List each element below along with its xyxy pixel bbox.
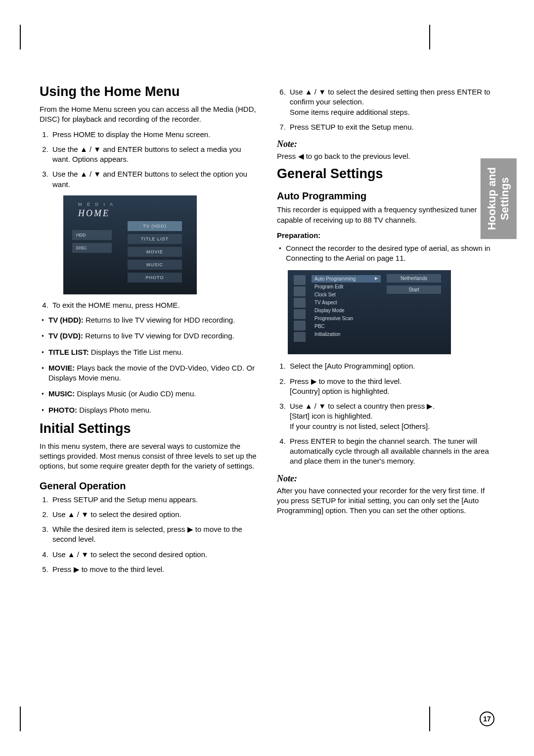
setup-list-item: Program Edit: [312, 283, 381, 290]
updown-icon: ▲ / ▼: [305, 402, 326, 410]
home-step-1: Press HOME to display the Home Menu scre…: [50, 130, 257, 140]
setup-icon: [294, 321, 306, 331]
genop-step-7: Press SETUP to exit the Setup menu.: [288, 122, 494, 132]
heading-initial-settings: Initial Settings: [40, 421, 257, 436]
genop-step-3: While the desired item is selected, pres…: [50, 524, 257, 545]
home-step-3: Use the ▲ / ▼ and ENTER buttons to selec…: [50, 169, 257, 294]
note-label: Note:: [277, 139, 494, 149]
setup-list-item: Display Mode: [312, 307, 381, 314]
note-1: Press ◀ to go back to the previous level…: [277, 151, 494, 161]
updown-icon: ▲ / ▼: [305, 88, 326, 96]
setup-icon: [294, 309, 306, 319]
setup-opt: Start: [387, 285, 441, 294]
setup-icon: [294, 332, 306, 342]
auto-step-2: Press ▶ to move to the third level. [Cou…: [288, 377, 494, 397]
setup-opt: Netherlands: [387, 274, 441, 283]
right-icon: ▶: [187, 525, 193, 533]
heading-general-settings: General Settings: [277, 166, 494, 182]
genop-step-6: Use ▲ / ▼ to select the desired setting …: [288, 87, 494, 117]
home-steps: Press HOME to display the Home Menu scre…: [40, 130, 257, 311]
updown-icon: ▲ / ▼: [80, 170, 101, 178]
crop-mark: [20, 25, 34, 49]
heading-auto-programming: Auto Programming: [277, 190, 494, 202]
setup-menu-screenshot: Auto Programming Program Edit Clock Set …: [288, 270, 451, 354]
home-mock-right-item: TITLE LIST: [128, 234, 182, 244]
section-tab-line2: Settings: [499, 177, 511, 220]
auto-step-4: Press ENTER to begin the channel search.…: [288, 436, 494, 467]
heading-general-operation: General Operation: [40, 480, 257, 492]
updown-icon: ▲ / ▼: [68, 550, 89, 559]
genop-step-1: Press SETUP and the Setup menu appears.: [50, 495, 257, 505]
setup-list-item: PBC: [312, 323, 381, 330]
setup-list-item: TV Aspect: [312, 299, 381, 306]
updown-icon: ▲ / ▼: [80, 145, 101, 153]
bullet-tv-dvd: TV (DVD): Returns to live TV viewing for…: [42, 331, 257, 341]
right-icon: ▶: [427, 402, 433, 410]
crop-mark: [416, 25, 430, 49]
home-step-2: Use the ▲ / ▼ and ENTER buttons to selec…: [50, 144, 257, 165]
home-mock-left-item: HDD: [72, 230, 112, 240]
setup-list-item: Initialization: [312, 331, 381, 338]
auto-step-1: Select the [Auto Programming] option.: [288, 361, 494, 371]
left-icon: ◀: [298, 152, 304, 160]
home-mock-right-item: MOVIE: [128, 247, 182, 257]
setup-list-item: Progressive Scan: [312, 315, 381, 322]
bullet-music: MUSIC: Displays Music (or Audio CD) menu…: [42, 389, 257, 399]
prep-bullets: Connect the recorder to the desired type…: [277, 243, 494, 264]
note-2: After you have connected your recorder f…: [277, 486, 494, 516]
crop-mark: [416, 707, 430, 731]
setup-icon: [294, 286, 306, 296]
updown-icon: ▲ / ▼: [68, 510, 89, 519]
bullet-tv-hdd: TV (HDD): Returns to live TV viewing for…: [42, 315, 257, 325]
preparation-label: Preparation:: [277, 231, 494, 239]
home-intro: From the Home Menu screen you can access…: [40, 104, 257, 125]
home-mock-left-item: DISC: [72, 243, 112, 253]
section-tab: Hookup and Settings: [481, 158, 517, 239]
general-op-steps: Press SETUP and the Setup menu appears. …: [40, 495, 257, 575]
prep-bullet: Connect the recorder to the desired type…: [279, 243, 494, 264]
home-mock-right-item: MUSIC: [128, 260, 182, 270]
heading-using-home-menu: Using the Home Menu: [40, 84, 257, 99]
setup-icon: [294, 275, 306, 285]
home-mock-brand: M E D I A: [78, 202, 115, 207]
auto-intro: This recorder is equipped with a frequen…: [277, 205, 494, 225]
left-column: Using the Home Menu From the Home Menu s…: [40, 84, 257, 579]
section-tab-line1: Hookup and: [486, 167, 498, 230]
auto-step-3: Use ▲ / ▼ to select a country then press…: [288, 401, 494, 431]
bullet-photo: PHOTO: Displays Photo menu.: [42, 405, 257, 415]
bullet-movie: MOVIE: Plays back the movie of the DVD-V…: [42, 363, 257, 383]
home-step-4: To exit the HOME menu, press HOME.: [50, 300, 257, 310]
right-icon: ▶: [311, 377, 317, 385]
page-number: 17: [480, 711, 494, 726]
home-mock-right-item: TV (HDD): [128, 221, 182, 231]
right-column: Use ▲ / ▼ to select the desired setting …: [277, 84, 494, 579]
genop-step-5: Press ▶ to move to the third level.: [50, 565, 257, 574]
crop-mark: [20, 707, 34, 731]
genop-step-2: Use ▲ / ▼ to select the desired option.: [50, 510, 257, 520]
setup-icon: [294, 298, 306, 308]
setup-list-item: Auto Programming: [312, 275, 381, 283]
home-bullets: TV (HDD): Returns to live TV viewing for…: [40, 315, 257, 415]
setup-list-item: Clock Set: [312, 291, 381, 298]
right-icon: ▶: [74, 565, 80, 573]
bullet-title-list: TITLE LIST: Displays the Title List menu…: [42, 347, 257, 357]
home-menu-screenshot: M E D I A HOME HDD DISC TV (HDD) TITLE L…: [63, 195, 197, 294]
home-mock-title: HOME: [78, 207, 115, 219]
genop-step-4: Use ▲ / ▼ to select the second desired o…: [50, 550, 257, 560]
general-op-steps-cont: Use ▲ / ▼ to select the desired setting …: [277, 87, 494, 132]
auto-steps: Select the [Auto Programming] option. Pr…: [277, 361, 494, 466]
initial-intro: In this menu system, there are several w…: [40, 441, 257, 472]
home-mock-right-item: PHOTO: [128, 273, 182, 283]
note-label: Note:: [277, 473, 494, 484]
